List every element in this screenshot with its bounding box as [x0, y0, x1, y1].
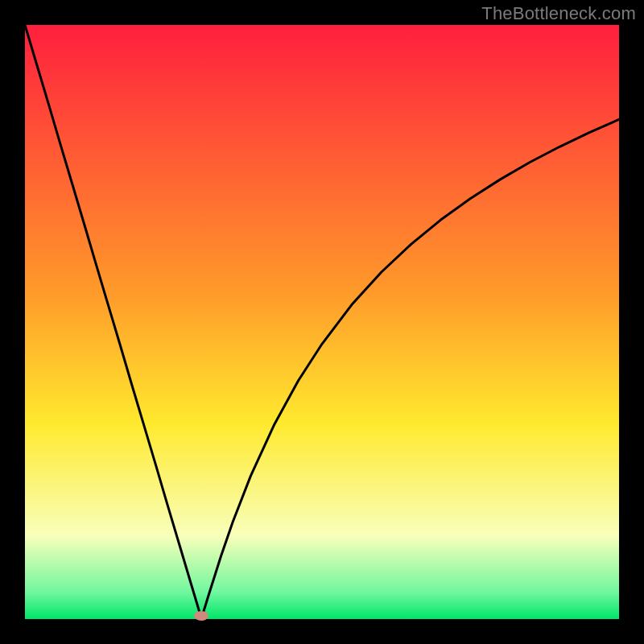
watermark-text: TheBottleneck.com [481, 3, 636, 24]
chart-frame [25, 25, 619, 619]
minimum-marker [194, 611, 208, 621]
bottleneck-curve [25, 25, 619, 619]
